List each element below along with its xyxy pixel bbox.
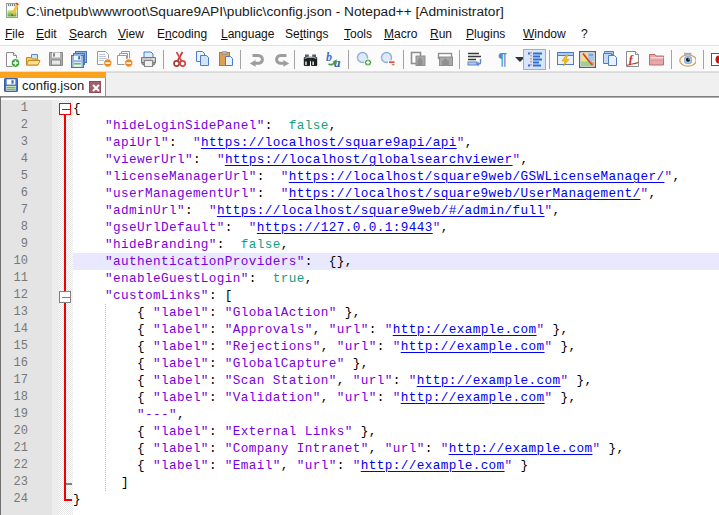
svg-text:b: b <box>326 51 332 64</box>
svg-text:¶: ¶ <box>498 51 507 68</box>
